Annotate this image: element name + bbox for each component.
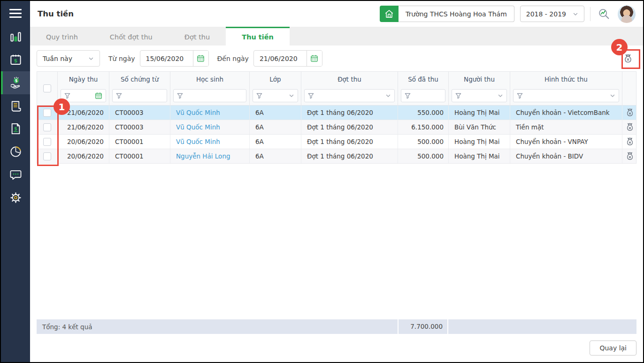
filter-input-collector[interactable]: [452, 89, 507, 102]
filter-input-amount[interactable]: [401, 89, 445, 102]
col-label: Hình thức thu: [544, 76, 588, 83]
cell-doc_no: CT00001: [109, 135, 170, 149]
table-row[interactable]: 20/06/2020CT00001Nguyễn Hải Long6AĐợt 1 …: [37, 149, 636, 164]
tab-3[interactable]: Thu tiền: [226, 27, 290, 45]
gear-icon: [9, 191, 22, 204]
table-row[interactable]: 21/06/2020CT00003Vũ Quốc Minh6AĐợt 1 thá…: [37, 120, 636, 135]
cell-batch: Đợt 1 tháng 06/2020: [301, 135, 398, 149]
col-label: Lớp: [269, 76, 281, 83]
funnel-icon: [256, 93, 262, 99]
period-select[interactable]: Tuần này: [37, 50, 100, 67]
cell-doc_no: CT00001: [109, 149, 170, 163]
cell-amount: 6.150.000: [398, 120, 449, 134]
school-selector[interactable]: Trường THCS Hoàng Hoa Thám: [380, 6, 514, 22]
col-header-class[interactable]: Lớp: [250, 72, 301, 86]
sidebar-item-reports[interactable]: [1, 140, 30, 163]
sidebar-item-receipts[interactable]: [1, 94, 30, 117]
cell-collector: Bùi Văn Thức: [449, 120, 510, 134]
row-collect-action[interactable]: [622, 106, 637, 120]
filter-input-class[interactable]: [253, 89, 298, 102]
bar-chart-icon: [9, 30, 22, 43]
to-date-input[interactable]: 21/06/2020: [254, 51, 307, 66]
tab-0[interactable]: Quy trình: [30, 27, 94, 45]
row-collect-action[interactable]: [622, 149, 637, 163]
col-header-doc_no[interactable]: Số chứng từ: [109, 72, 170, 86]
calendar-icon[interactable]: [95, 92, 102, 99]
filter-input-date[interactable]: [61, 89, 106, 102]
col-header-amount[interactable]: Số đã thu: [398, 72, 449, 86]
cell-amount: 500.000: [398, 135, 449, 149]
sidebar-item-invoices[interactable]: $: [1, 117, 30, 140]
cell-collector: Hoàng Thị Mai: [449, 135, 510, 149]
filter-input-method[interactable]: [513, 89, 619, 102]
chat-bubble-icon: [9, 168, 22, 181]
cell-amount: 550.000: [398, 106, 449, 120]
col-header-collector[interactable]: Người thu: [449, 72, 510, 86]
svg-text:$: $: [14, 58, 17, 64]
cell-student[interactable]: Vũ Quốc Minh: [170, 120, 250, 134]
tab-2[interactable]: Đợt thu: [169, 27, 226, 45]
chevron-down-icon[interactable]: [610, 93, 615, 98]
cell-student[interactable]: Vũ Quốc Minh: [170, 106, 250, 120]
col-label: Người thu: [464, 76, 495, 83]
cell-batch: Đợt 1 tháng 06/2020: [301, 106, 398, 120]
cell-collector: Hoàng Thị Mai: [449, 149, 510, 163]
col-header-method[interactable]: Hình thức thu: [510, 72, 622, 86]
row-checkbox[interactable]: [43, 123, 51, 131]
col-header-student[interactable]: Học sinh: [170, 72, 250, 86]
cell-method: Chuyển khoản - BIDV: [510, 149, 622, 163]
sidebar-item-messages[interactable]: [1, 163, 30, 186]
money-bag-x-icon: [625, 107, 635, 118]
tab-bar: Quy trìnhChốt đợt thuĐợt thuThu tiền: [30, 27, 643, 45]
row-collect-action[interactable]: [622, 135, 637, 149]
col-label: Đợt thu: [337, 76, 361, 83]
row-checkbox[interactable]: [43, 152, 51, 160]
chevron-down-icon[interactable]: [289, 93, 294, 98]
row-collect-action[interactable]: [622, 120, 637, 134]
from-calendar-icon[interactable]: [193, 51, 208, 66]
chevron-down-icon[interactable]: [385, 93, 391, 98]
funnel-icon: [308, 93, 314, 99]
funnel-icon: [116, 93, 122, 99]
table-row[interactable]: 21/06/2020CT00003Vũ Quốc Minh6AĐợt 1 thá…: [37, 106, 636, 120]
table-row[interactable]: 20/06/2020CT00001Vũ Quốc Minh6AĐợt 1 thá…: [37, 135, 636, 149]
row-checkbox[interactable]: [43, 109, 51, 117]
school-year-select[interactable]: 2018 - 2019: [520, 6, 584, 22]
col-header-batch[interactable]: Đợt thu: [301, 72, 398, 86]
fee-calendar-icon: $: [9, 53, 22, 66]
money-bag-cancel-button[interactable]: [620, 50, 636, 68]
cell-class: 6A: [250, 106, 301, 120]
school-year-value: 2018 - 2019: [526, 10, 566, 18]
select-all-checkbox[interactable]: [43, 84, 51, 92]
to-calendar-icon[interactable]: [307, 51, 322, 66]
funnel-icon: [455, 93, 461, 99]
cell-class: 6A: [250, 120, 301, 134]
col-label: Ngày thu: [69, 76, 98, 83]
tab-1[interactable]: Chốt đợt thu: [94, 27, 169, 45]
table-header: Ngày thuSố chứng từHọc sinhLớpĐợt thuSố …: [37, 71, 636, 106]
school-name: Trường THCS Hoàng Hoa Thám: [399, 6, 514, 22]
cell-collector: Hoàng Thị Mai: [449, 106, 510, 120]
sidebar-item-collect-money[interactable]: $: [1, 71, 30, 94]
cell-student[interactable]: Nguyễn Hải Long: [170, 149, 250, 163]
filter-input-student[interactable]: [173, 89, 246, 102]
money-bag-x-icon: [625, 151, 635, 161]
chevron-down-icon[interactable]: [498, 93, 503, 98]
row-checkbox[interactable]: [43, 138, 51, 146]
sidebar-item-fee-schedule[interactable]: $: [1, 48, 30, 71]
search-trend-icon[interactable]: [596, 6, 612, 22]
sidebar-item-dashboard[interactable]: [1, 25, 30, 48]
sidebar-item-settings[interactable]: [1, 186, 30, 209]
back-button[interactable]: Quay lại: [590, 340, 636, 355]
cell-class: 6A: [250, 149, 301, 163]
col-header-date[interactable]: Ngày thu: [58, 72, 109, 86]
bottom-bar: Quay lại: [30, 334, 643, 362]
cell-student[interactable]: Vũ Quốc Minh: [170, 135, 250, 149]
filter-input-doc_no[interactable]: [112, 89, 167, 102]
period-value: Tuần này: [43, 55, 72, 62]
filter-input-batch[interactable]: [304, 89, 395, 102]
user-avatar[interactable]: [618, 5, 636, 23]
menu-toggle-icon[interactable]: [1, 1, 30, 25]
from-date-input[interactable]: 15/06/2020: [140, 51, 193, 66]
money-bag-x-icon: [625, 122, 635, 132]
